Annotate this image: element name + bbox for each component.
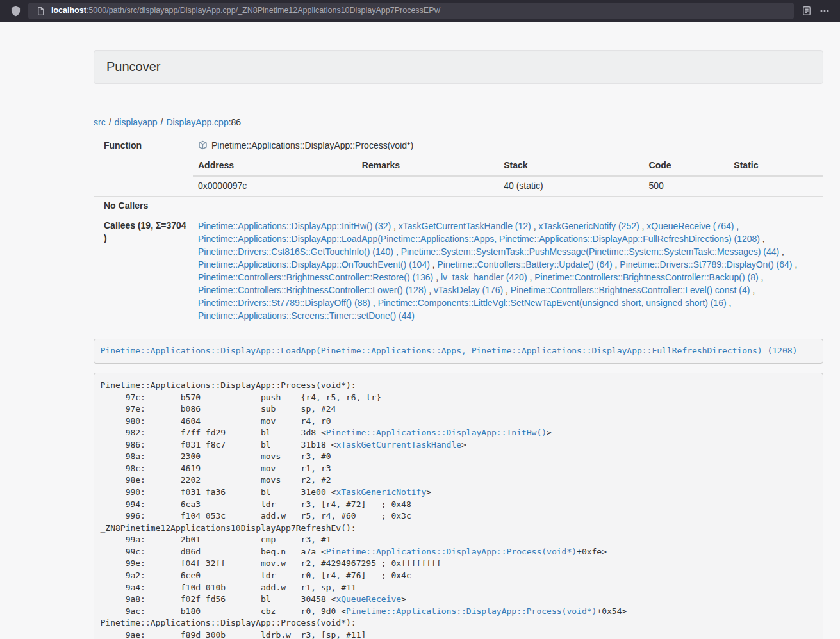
callees-list: Pinetime::Applications::DisplayApp::Init…	[193, 216, 823, 325]
details-remarks	[357, 176, 498, 196]
callee-link[interactable]: xTaskGetCurrentTaskHandle (12)	[399, 221, 531, 231]
disassembly-symbol-link[interactable]: Pinetime::Applications::DisplayApp::Init…	[326, 428, 547, 437]
snippet-link[interactable]: Pinetime::Applications::DisplayApp::Load…	[101, 346, 798, 355]
tracking-protection-shield-icon[interactable]	[6, 3, 24, 19]
callee-link[interactable]: lv_task_handler (420)	[441, 272, 527, 282]
callee-link[interactable]: Pinetime::Applications::DisplayApp::OnTo…	[198, 259, 430, 270]
details-header-remarks: Remarks	[357, 156, 498, 176]
callee-link[interactable]: Pinetime::Controllers::BrightnessControl…	[198, 272, 433, 282]
details-values-row: 0x0000097c 40 (static) 500	[193, 176, 823, 196]
callee-link[interactable]: Pinetime::Controllers::BrightnessControl…	[511, 285, 750, 295]
callee-link[interactable]: Pinetime::Controllers::BrightnessControl…	[534, 272, 758, 282]
callee-link[interactable]: Pinetime::Drivers::St7789::DisplayOn() (…	[620, 259, 792, 270]
breadcrumb-link-displayapp[interactable]: displayapp	[115, 117, 158, 127]
browser-toolbar: localhost:5000/path/src/displayapp/Displ…	[0, 0, 840, 22]
reader-mode-icon[interactable]	[798, 3, 816, 19]
callees-label: Callees (19, Σ=3704 )	[94, 216, 193, 325]
details-code: 500	[644, 176, 729, 196]
url-bar[interactable]: localhost:5000/path/src/displayapp/Displ…	[28, 3, 794, 19]
details-stack: 40 (static)	[498, 176, 643, 196]
symbol-table: Function Pinetime::Applications::Display…	[94, 136, 823, 325]
callee-link[interactable]: Pinetime::Applications::DisplayApp::Init…	[198, 221, 391, 231]
details-header-address: Address	[193, 156, 357, 176]
breadcrumb-link-file[interactable]: DisplayApp.cpp	[166, 117, 228, 127]
callee-link[interactable]: Pinetime::Applications::Screens::Timer::…	[198, 311, 415, 321]
disassembly-symbol-link[interactable]: xTaskGenericNotify	[336, 487, 426, 497]
no-callers-cell	[193, 196, 823, 216]
callee-link[interactable]: xQueueReceive (764)	[646, 221, 734, 231]
url-host: localhost	[51, 6, 86, 15]
callee-link[interactable]: Pinetime::Components::LittleVgl::SetNewT…	[378, 298, 727, 308]
page-title-panel: Puncover	[94, 50, 823, 84]
breadcrumb-line-number: :86	[229, 117, 241, 127]
menu-dots-icon[interactable]	[816, 3, 834, 19]
details-header-static: Static	[729, 156, 823, 176]
disassembly-symbol-link[interactable]: Pinetime::Applications::DisplayApp::Proc…	[326, 547, 577, 556]
disassembly-box: Pinetime::Applications::DisplayApp::Proc…	[94, 373, 823, 639]
details-cell: Address Remarks Stack Code Static 0x0000…	[193, 156, 823, 196]
url-text: localhost:5000/path/src/displayapp/Displ…	[51, 5, 787, 17]
no-callers-row: No Callers	[94, 196, 823, 216]
callee-link[interactable]: vTaskDelay (176)	[434, 285, 503, 295]
page-content: Puncover src/displayapp/DisplayApp.cpp:8…	[94, 22, 823, 639]
callee-link[interactable]: xTaskGenericNotify (252)	[538, 221, 639, 231]
package-cube-icon	[198, 140, 208, 150]
no-callers-label: No Callers	[94, 196, 193, 216]
disassembly-symbol-link[interactable]: xTaskGetCurrentTaskHandle	[336, 440, 461, 449]
details-row-label	[94, 156, 193, 196]
breadcrumb: src/displayapp/DisplayApp.cpp:86	[94, 117, 823, 129]
divider	[94, 102, 823, 102]
details-header-code: Code	[644, 156, 729, 176]
url-path: :5000/path/src/displayapp/DisplayApp.cpp…	[86, 6, 440, 15]
disassembly-symbol-link[interactable]: Pinetime::Applications::DisplayApp::Proc…	[346, 606, 597, 616]
breadcrumb-separator: /	[161, 117, 163, 127]
page-icon	[35, 3, 46, 19]
details-header-stack: Stack	[498, 156, 643, 176]
details-address: 0x0000097c	[193, 176, 357, 196]
callee-link[interactable]: Pinetime::Controllers::Battery::Update()…	[438, 259, 613, 270]
page-title: Puncover	[106, 60, 161, 74]
function-name: Pinetime::Applications::DisplayApp::Proc…	[211, 140, 413, 150]
callee-link[interactable]: Pinetime::Drivers::Cst816S::GetTouchInfo…	[198, 247, 393, 257]
details-table: Address Remarks Stack Code Static 0x0000…	[193, 156, 823, 196]
callee-link[interactable]: Pinetime::Controllers::BrightnessControl…	[198, 285, 426, 295]
function-row: Function Pinetime::Applications::Display…	[94, 136, 823, 156]
breadcrumb-separator: /	[109, 117, 111, 127]
function-name-cell: Pinetime::Applications::DisplayApp::Proc…	[193, 136, 823, 156]
callee-link[interactable]: Pinetime::Applications::DisplayApp::Load…	[198, 234, 760, 244]
callee-link[interactable]: Pinetime::Drivers::St7789::DisplayOff() …	[198, 298, 370, 308]
details-static	[729, 176, 823, 196]
snippet-box: Pinetime::Applications::DisplayApp::Load…	[94, 339, 823, 364]
function-row-label: Function	[94, 136, 193, 156]
details-row: Address Remarks Stack Code Static 0x0000…	[94, 156, 823, 196]
breadcrumb-link-src[interactable]: src	[94, 117, 106, 127]
callee-link[interactable]: Pinetime::System::SystemTask::PushMessag…	[401, 247, 780, 257]
disassembly-symbol-link[interactable]: xQueueReceive	[336, 594, 401, 604]
callees-row: Callees (19, Σ=3704 ) Pinetime::Applicat…	[94, 216, 823, 325]
